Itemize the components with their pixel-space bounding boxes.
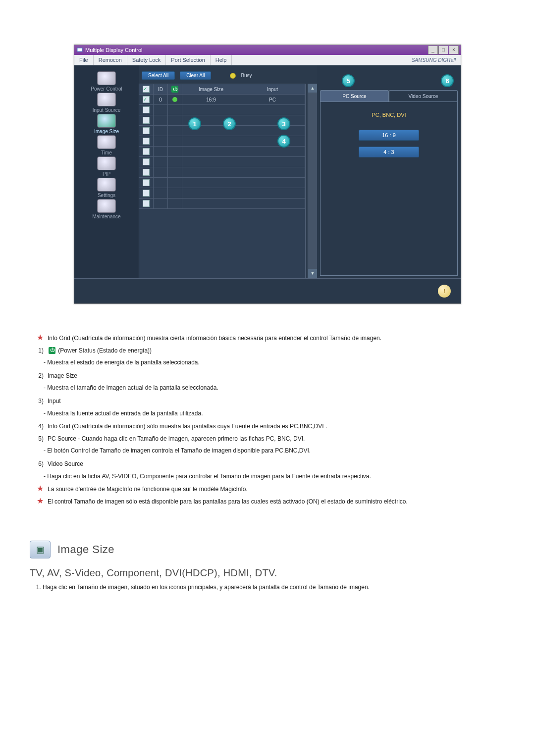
star-bullet-icon: ★ <box>30 334 48 343</box>
sidebar: Power Control Input Source Image Size Ti… <box>74 65 139 278</box>
warning-icon: ! <box>438 285 451 298</box>
scroll-up-icon[interactable]: ▲ <box>308 84 317 93</box>
section-header: ▣ Image Size <box>30 541 505 558</box>
grid-scrollbar[interactable]: ▲ ▼ <box>308 84 317 278</box>
grid-row[interactable]: 0 16:9 PC <box>139 95 305 105</box>
section-subheading: TV, AV, S-Video, Component, DVI(HDCP), H… <box>30 567 505 579</box>
row-checkbox[interactable] <box>143 200 150 207</box>
brand-label: SAMSUNG DIGITall <box>412 57 461 63</box>
sidebar-item-input-source[interactable]: Input Source <box>82 93 131 113</box>
mdc-application-window: Multiple Display Control _ □ × File Remo… <box>74 45 461 304</box>
list-item: Input <box>48 397 61 406</box>
menu-file[interactable]: File <box>74 55 94 65</box>
intro-text: Info Grid (Cuadrícula de información) mu… <box>48 334 381 343</box>
menu-remocon[interactable]: Remocon <box>94 55 127 65</box>
menu-help[interactable]: Help <box>211 55 232 65</box>
app-icon <box>76 47 83 53</box>
header-checkbox[interactable] <box>143 86 150 93</box>
col-power-icon: ⏻ <box>168 84 182 94</box>
scroll-down-icon[interactable]: ▼ <box>308 269 317 278</box>
cell-id: 0 <box>154 95 168 104</box>
list-item: PC Source - Cuando haga clic en Tamaño d… <box>48 434 305 444</box>
grid-header-row: ID ⏻ Image Size Input <box>139 84 305 95</box>
tab-pc-source[interactable]: PC Source <box>320 90 389 101</box>
menu-safety-lock[interactable]: Safety Lock <box>127 55 166 65</box>
statusbar: ! <box>74 278 461 303</box>
window-minimize-button[interactable]: _ <box>428 46 438 54</box>
row-checkbox[interactable] <box>143 127 150 134</box>
grid-row[interactable] <box>139 157 305 167</box>
list-number: 2) <box>30 371 48 381</box>
tab-video-source[interactable]: Video Source <box>389 90 458 101</box>
row-checkbox[interactable] <box>143 158 150 165</box>
note-text: El control Tamaño de imagen sólo está di… <box>48 497 408 506</box>
row-checkbox[interactable] <box>143 106 150 113</box>
list-subtext: - Muestra el tamaño de imagen actual de … <box>30 383 505 393</box>
sidebar-item-settings[interactable]: Settings <box>82 178 131 198</box>
list-number: 5) <box>30 434 48 444</box>
maintenance-icon <box>97 199 116 213</box>
sidebar-item-time[interactable]: Time <box>82 135 131 155</box>
star-bullet-icon: ★ <box>30 497 48 506</box>
instruction-step: Haga clic en Tamaño de imagen, situado e… <box>43 584 505 591</box>
sidebar-item-maintenance[interactable]: Maintenance <box>82 199 131 219</box>
grid-row[interactable] <box>139 105 305 115</box>
sidebar-label: Image Size <box>94 129 119 134</box>
row-checkbox[interactable] <box>143 96 150 103</box>
sidebar-label: Power Control <box>91 86 122 92</box>
grid-row[interactable] <box>139 199 305 209</box>
menu-port-selection[interactable]: Port Selection <box>166 55 210 65</box>
row-checkbox[interactable] <box>143 148 150 155</box>
sidebar-item-image-size[interactable]: Image Size <box>82 114 131 134</box>
list-item: ⏻ (Power Status (Estado de energía)) <box>48 346 152 355</box>
col-image-size: Image Size <box>182 84 240 94</box>
list-item: Info Grid (Cuadrícula de información) só… <box>48 422 327 431</box>
note-text: La source d'entrée de MagicInfo ne fonct… <box>48 485 248 494</box>
grid-row[interactable] <box>139 147 305 157</box>
instruction-list: Haga clic en Tamaño de imagen, situado e… <box>30 584 505 591</box>
row-checkbox[interactable] <box>143 179 150 186</box>
grid-row[interactable] <box>139 188 305 199</box>
window-close-button[interactable]: × <box>449 46 459 54</box>
settings-icon <box>97 178 116 192</box>
sidebar-label: Maintenance <box>92 214 120 219</box>
row-checkbox[interactable] <box>143 169 150 176</box>
clear-all-button[interactable]: Clear All <box>180 71 211 80</box>
aspect-16-9-button[interactable]: 16 : 9 <box>359 130 419 141</box>
busy-label: Busy <box>241 73 252 78</box>
row-checkbox[interactable] <box>143 190 150 197</box>
window-maximize-button[interactable]: □ <box>438 46 448 54</box>
callout-6: 6 <box>441 74 454 87</box>
sidebar-label: Settings <box>98 193 115 198</box>
window-title: Multiple Display Control <box>85 47 143 53</box>
row-checkbox[interactable] <box>143 138 150 145</box>
aspect-4-3-button[interactable]: 4 : 3 <box>359 147 419 157</box>
sidebar-item-pip[interactable]: PIP <box>82 156 131 177</box>
star-bullet-icon: ★ <box>30 485 48 494</box>
row-checkbox[interactable] <box>143 117 150 124</box>
right-panel: 5 6 PC Source Video Source PC, BNC, DVI … <box>317 65 461 278</box>
list-subtext: - El botón Control de Tamaño de imagen c… <box>30 446 505 455</box>
list-number: 4) <box>30 422 48 431</box>
list-subtext: - Muestra la fuente actual de entrada de… <box>30 409 505 418</box>
power-icon: ⏻ <box>171 86 178 93</box>
callout-2: 2 <box>223 117 236 130</box>
sidebar-item-power-control[interactable]: Power Control <box>82 71 131 92</box>
busy-indicator-icon <box>230 73 236 79</box>
info-grid: ID ⏻ Image Size Input 0 16:9 PC <box>139 84 306 278</box>
cell-size: 16:9 <box>182 95 240 104</box>
power-control-icon <box>97 71 116 85</box>
select-all-button[interactable]: Select All <box>142 71 175 80</box>
list-number: 1) <box>30 346 48 355</box>
list-subtext: - Muestra el estado de energía de la pan… <box>30 358 505 367</box>
cell-input: PC <box>240 95 305 104</box>
grid-row[interactable] <box>139 178 305 188</box>
panel-header: PC, BNC, DVI <box>372 112 406 118</box>
callout-3: 3 <box>277 117 290 130</box>
sidebar-label: Time <box>101 150 112 155</box>
grid-toolbar: Select All Clear All Busy <box>139 65 317 84</box>
grid-row[interactable] <box>139 167 305 178</box>
menubar: File Remocon Safety Lock Port Selection … <box>74 55 461 65</box>
window-titlebar: Multiple Display Control _ □ × <box>74 45 461 55</box>
center-panel: Select All Clear All Busy ID ⏻ Image Siz… <box>139 65 317 278</box>
